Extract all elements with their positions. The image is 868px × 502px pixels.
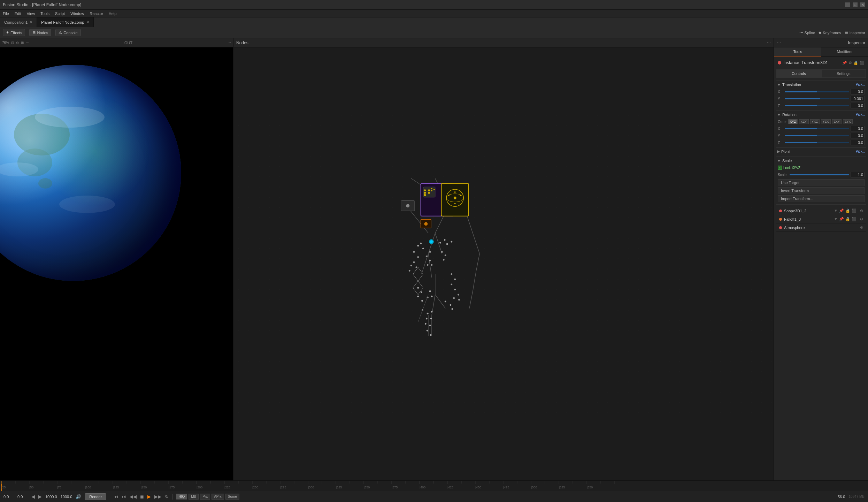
viewer-zoom[interactable]: 76% xyxy=(2,41,9,45)
controls-tab[interactable]: Controls xyxy=(776,69,821,78)
menu-view[interactable]: View xyxy=(27,12,35,16)
sub-node-atmosphere[interactable]: Atmosphere ⊙ xyxy=(776,223,866,232)
jump-end-btn[interactable]: ⏭ xyxy=(122,494,126,499)
falloff-lock-icon[interactable]: 🔒 xyxy=(845,217,850,221)
nodes-button[interactable]: ⊞ Nodes xyxy=(29,29,51,36)
spline-button[interactable]: 〜 Spline xyxy=(799,30,815,35)
viewer-overflow-btn[interactable]: ⋯ xyxy=(228,41,231,45)
end-value[interactable]: 1000.0 xyxy=(45,495,57,499)
tab-tools[interactable]: Tools xyxy=(774,47,821,56)
tab-close-icon[interactable]: ✕ xyxy=(30,20,32,24)
window-controls[interactable]: — □ ✕ xyxy=(845,2,865,7)
current-value[interactable]: 0.0 xyxy=(17,495,28,499)
nodes-canvas[interactable] xyxy=(233,47,774,480)
scale-section-header[interactable]: ▼ Scale xyxy=(776,157,866,164)
inspector-overflow[interactable]: ⋯ xyxy=(777,40,781,45)
timeline[interactable]: |25 |50 |75 |100 |125 |150 |175 |200 |22… xyxy=(0,480,868,491)
inspector-button[interactable]: ☰ Inspector xyxy=(845,30,865,35)
menu-script[interactable]: Script xyxy=(55,12,65,16)
viewer-fit-btn[interactable]: ⊡ xyxy=(11,41,14,45)
order-yzx-btn[interactable]: YZX xyxy=(821,119,831,124)
prev-keyframe-btn[interactable]: ◀ xyxy=(31,494,35,499)
order-xzy-btn[interactable]: XZY xyxy=(799,119,809,124)
jump-start-btn[interactable]: ⏮ xyxy=(114,494,118,499)
shape3d-lock-icon[interactable]: 🔒 xyxy=(845,208,850,213)
atmosphere-visible-icon[interactable]: ⊙ xyxy=(860,225,863,230)
falloff-checkbox[interactable]: ⊙ xyxy=(860,217,863,221)
menu-window[interactable]: Window xyxy=(70,12,84,16)
scale-slider[interactable] xyxy=(790,174,849,175)
falloff-pin-icon[interactable]: 📌 xyxy=(839,217,844,221)
nodes-overflow-icon[interactable]: ⋯ xyxy=(767,40,771,45)
loop-btn[interactable]: ↻ xyxy=(165,494,169,499)
play-btn[interactable]: ▶ xyxy=(147,494,151,499)
end-value2[interactable]: 1000.0 xyxy=(61,495,72,499)
sub-node-falloff[interactable]: Falloff1_3 ▼ 📌 🔒 ⬛ ⊙ xyxy=(776,215,866,223)
quality-prx-btn[interactable]: Prx xyxy=(200,494,210,500)
translation-y-value[interactable]: 0.061 xyxy=(851,96,865,101)
rotation-z-slider[interactable] xyxy=(785,142,849,143)
translation-x-value[interactable]: 0.0 xyxy=(851,89,865,94)
menu-reactor[interactable]: Reactor xyxy=(90,12,103,16)
menu-file[interactable]: File xyxy=(3,12,9,16)
invert-transform-btn[interactable]: Invert Transform xyxy=(778,187,865,194)
node-lock-icon[interactable]: 🔒 xyxy=(853,61,858,65)
node-expand-icon[interactable]: ⬛ xyxy=(860,61,865,65)
keyframes-button[interactable]: ◆ Keyframes xyxy=(819,30,841,35)
use-target-btn[interactable]: Use Target xyxy=(778,179,865,186)
tab-planet-falloff[interactable]: Planet Falloff Node.comp ✕ xyxy=(37,17,93,27)
tab-composition1[interactable]: Composition1 ✕ xyxy=(0,17,37,27)
quality-mb-btn[interactable]: MB xyxy=(189,494,199,500)
translation-z-value[interactable]: 0.0 xyxy=(851,103,865,108)
scale-value[interactable]: 1.0 xyxy=(851,172,865,177)
viewer-more-btn[interactable]: ⋯ xyxy=(26,41,29,45)
render-button[interactable]: Render xyxy=(85,493,106,500)
menu-edit[interactable]: Edit xyxy=(15,12,21,16)
translation-pick[interactable]: Pick... xyxy=(856,83,865,86)
order-zyx-btn[interactable]: ZYX xyxy=(843,119,853,124)
maximize-btn[interactable]: □ xyxy=(853,2,858,7)
translation-section-header[interactable]: ▼ Translation Pick... xyxy=(776,81,866,88)
rotation-y-slider[interactable] xyxy=(785,135,849,136)
quality-some-btn[interactable]: Some xyxy=(225,494,239,500)
menu-help[interactable]: Help xyxy=(109,12,117,16)
order-yxz-btn[interactable]: YXZ xyxy=(810,119,820,124)
start-value[interactable]: 0.0 xyxy=(3,495,14,499)
settings-tab[interactable]: Settings xyxy=(821,69,866,78)
stop-btn[interactable]: ◼ xyxy=(140,494,144,499)
node-pin-icon[interactable]: 📌 xyxy=(842,61,847,65)
viewer-grid-btn[interactable]: ⊞ xyxy=(21,41,24,45)
sub-node-shape3d[interactable]: Shape3D1_2 ▼ 📌 🔒 ⬛ ⊙ xyxy=(776,207,866,215)
next-keyframe-btn[interactable]: ▶ xyxy=(38,494,42,499)
close-btn[interactable]: ✕ xyxy=(860,2,865,7)
import-transform-btn[interactable]: Import Transform... xyxy=(778,195,865,202)
viewer-color-btn[interactable]: ⊙ xyxy=(16,41,19,45)
lock-xyz-checkbox[interactable]: ✓ xyxy=(778,166,782,170)
node-settings-icon[interactable]: ⚙ xyxy=(848,61,852,65)
shape3d-pin-icon[interactable]: 📌 xyxy=(839,208,844,213)
rotation-x-slider[interactable] xyxy=(785,128,849,129)
effects-button[interactable]: ✦ Effects xyxy=(3,29,25,36)
next-frame-btn[interactable]: ▶▶ xyxy=(154,494,161,499)
shape3d-visible-icon[interactable]: ⬛ xyxy=(852,208,857,213)
shape3d-expand-icon[interactable]: ▼ xyxy=(834,208,838,213)
rotation-z-value[interactable]: 0.0 xyxy=(851,140,865,145)
translation-x-slider[interactable] xyxy=(785,91,849,92)
pivot-section-header[interactable]: ▶ Pivot Pick... xyxy=(776,147,866,155)
menu-tools[interactable]: Tools xyxy=(40,12,49,16)
translation-y-slider[interactable] xyxy=(785,98,849,99)
prev-frame-btn[interactable]: ◀◀ xyxy=(130,494,137,499)
quality-hiq-btn[interactable]: HIQ xyxy=(176,494,187,500)
rotation-section-header[interactable]: ▼ Rotation Pick... xyxy=(776,111,866,118)
quality-aprx-btn[interactable]: APrx xyxy=(212,494,224,500)
falloff-visible-icon[interactable]: ⬛ xyxy=(852,217,857,221)
minimize-btn[interactable]: — xyxy=(845,2,850,7)
console-button[interactable]: ⚠ Console xyxy=(55,29,80,36)
tab-close-icon[interactable]: ✕ xyxy=(86,20,89,24)
pivot-pick[interactable]: Pick... xyxy=(856,150,865,153)
order-zxy-btn[interactable]: ZXY xyxy=(832,119,842,124)
rotation-pick[interactable]: Pick... xyxy=(856,113,865,116)
shape3d-checkbox[interactable]: ⊙ xyxy=(860,208,863,213)
audio-btn[interactable]: 🔊 xyxy=(76,494,81,499)
rotation-x-value[interactable]: 0.0 xyxy=(851,126,865,131)
